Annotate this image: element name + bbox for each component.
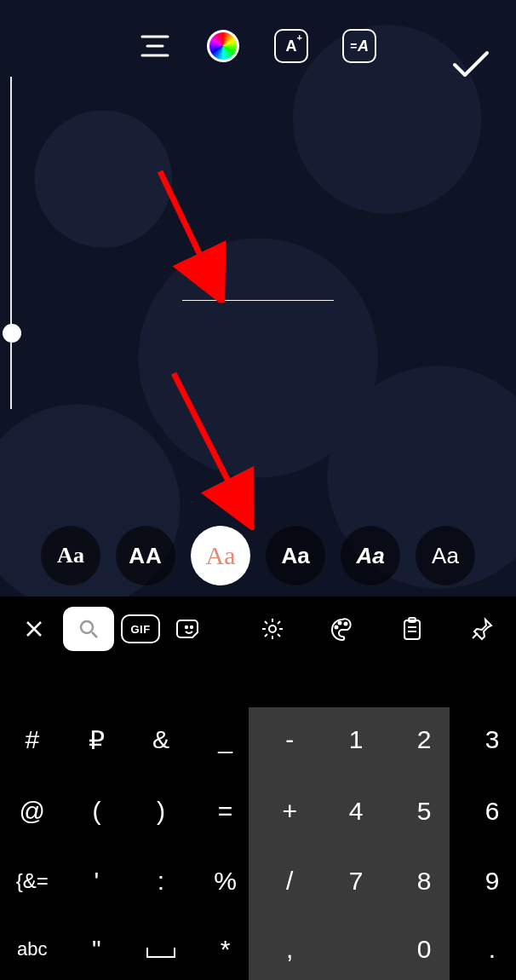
gear-icon xyxy=(260,616,285,642)
pin-icon xyxy=(470,617,494,641)
key-percent[interactable]: % xyxy=(193,867,258,896)
key-lparen[interactable]: ( xyxy=(65,797,129,826)
canvas-dim-overlay xyxy=(0,0,516,597)
font-option-script[interactable]: Aa xyxy=(191,526,250,585)
font-option-thin[interactable]: Aa xyxy=(416,526,475,585)
key-ampersand[interactable]: & xyxy=(129,725,193,754)
svg-point-10 xyxy=(191,626,192,628)
key-7[interactable]: 7 xyxy=(322,867,390,896)
key-colon[interactable]: : xyxy=(129,867,193,896)
key-apostrophe[interactable]: ' xyxy=(65,867,129,896)
key-rparen[interactable]: ) xyxy=(129,797,193,826)
svg-line-19 xyxy=(473,633,478,638)
key-8[interactable]: 8 xyxy=(390,867,458,896)
text-toolbar: A + =A xyxy=(0,20,516,72)
sticker-icon xyxy=(176,616,202,642)
key-3[interactable]: 3 xyxy=(458,725,516,754)
font-size-button[interactable]: A + xyxy=(272,27,310,65)
text-size-slider-track[interactable] xyxy=(10,77,12,409)
font-option-italic[interactable]: Aa xyxy=(341,526,400,585)
svg-point-11 xyxy=(269,625,276,632)
svg-rect-15 xyxy=(404,620,420,639)
key-hash[interactable]: # xyxy=(0,725,65,754)
close-icon xyxy=(25,620,43,638)
svg-point-9 xyxy=(186,626,187,628)
keyboard-gif-button[interactable]: GIF xyxy=(121,614,160,643)
text-size-slider-thumb[interactable] xyxy=(3,324,21,343)
search-icon xyxy=(77,618,100,640)
svg-point-7 xyxy=(81,621,93,633)
done-button[interactable] xyxy=(451,49,490,80)
keyboard-search-button[interactable] xyxy=(63,607,114,651)
font-option-bold[interactable]: Aa xyxy=(266,526,325,585)
keyboard-theme-button[interactable] xyxy=(320,607,364,651)
key-4[interactable]: 4 xyxy=(322,797,390,826)
font-selector-row: Aa AA Aa Aa Aa Aa xyxy=(0,522,516,590)
key-comma[interactable]: , xyxy=(257,935,322,964)
svg-point-14 xyxy=(345,623,347,625)
font-option-classic[interactable]: Aa xyxy=(41,526,100,585)
svg-line-8 xyxy=(92,632,97,637)
key-slash[interactable]: / xyxy=(257,867,322,896)
keyboard-toolrow: GIF xyxy=(0,597,516,661)
key-at[interactable]: @ xyxy=(0,797,65,826)
svg-point-12 xyxy=(335,626,338,629)
key-period[interactable]: . xyxy=(458,935,516,964)
key-ruble[interactable]: ₽ xyxy=(65,725,129,755)
font-size-icon: A + xyxy=(274,29,308,63)
text-align-button[interactable] xyxy=(136,27,174,65)
key-0[interactable]: 0 xyxy=(390,935,458,964)
font-option-allcaps[interactable]: AA xyxy=(116,526,175,585)
key-more-symbols[interactable]: {&= xyxy=(0,869,65,893)
key-equals[interactable]: = xyxy=(193,797,258,826)
svg-point-13 xyxy=(339,622,341,625)
text-animation-button[interactable]: =A xyxy=(341,27,378,65)
key-1[interactable]: 1 xyxy=(322,725,390,754)
key-6[interactable]: 6 xyxy=(458,797,516,826)
key-9[interactable]: 9 xyxy=(458,867,516,896)
key-underscore[interactable]: _ xyxy=(193,725,258,754)
key-2[interactable]: 2 xyxy=(390,725,458,754)
key-asterisk[interactable]: * xyxy=(193,935,258,964)
keyboard-pin-button[interactable] xyxy=(460,607,504,651)
keyboard: GIF # xyxy=(0,597,516,980)
keyboard-close-button[interactable] xyxy=(12,607,56,651)
space-icon xyxy=(146,948,175,958)
key-quote[interactable]: " xyxy=(65,935,129,964)
clipboard-icon xyxy=(401,616,423,642)
palette-icon xyxy=(329,616,356,642)
keyboard-clipboard-button[interactable] xyxy=(390,607,434,651)
text-input-cursor[interactable] xyxy=(182,300,334,301)
keyboard-sticker-button[interactable] xyxy=(167,607,211,651)
keyboard-keys: # ₽ & _ - 1 2 3 ? @ ( ) = + 4 5 6 ! xyxy=(0,661,516,980)
key-mode-abc[interactable]: abc xyxy=(0,938,65,960)
color-picker-button[interactable] xyxy=(204,27,242,65)
keyboard-settings-button[interactable] xyxy=(250,607,295,651)
key-plus[interactable]: + xyxy=(257,797,322,826)
story-canvas[interactable]: A + =A xyxy=(0,0,516,597)
key-dash[interactable]: - xyxy=(257,725,322,754)
text-animation-icon: =A xyxy=(342,29,376,63)
color-wheel-icon xyxy=(207,30,239,62)
key-space[interactable] xyxy=(129,935,193,964)
key-5[interactable]: 5 xyxy=(390,797,458,826)
